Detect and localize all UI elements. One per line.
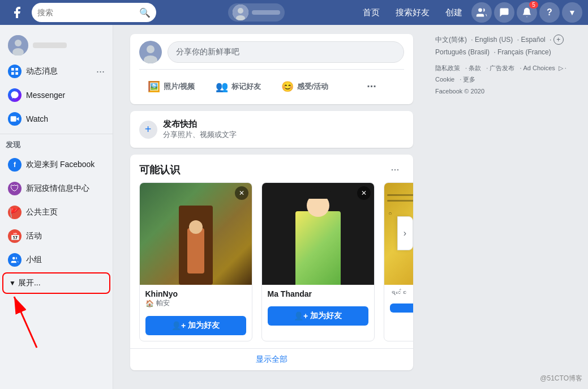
advertising-link[interactable]: 广告发布 <box>490 65 514 71</box>
expand-button[interactable]: ▼ 展开... <box>2 272 110 294</box>
photo-video-btn[interactable]: 🖼️ 照片/视频 <box>139 75 204 97</box>
expand-label: 展开... <box>18 278 41 288</box>
sidebar-item-welcome[interactable]: f 欢迎来到 Facebook <box>2 153 110 176</box>
more-actions-btn[interactable]: ··· <box>340 75 404 97</box>
sidebar-profile[interactable] <box>2 32 110 59</box>
more-icon: ··· <box>367 80 376 93</box>
footer-links: 隐私政策 · 条款 · 广告发布 · Ad Choices▷ · Cookie … <box>435 63 582 86</box>
nav-center <box>156 3 356 22</box>
lang-fr[interactable]: Français (France) <box>497 48 551 56</box>
story-subtitle: 分享照片、视频或文字 <box>163 130 404 140</box>
tag-label: 标记好友 <box>231 82 261 92</box>
welcome-label: 欢迎来到 Facebook <box>26 160 95 170</box>
sidebar-item-covid[interactable]: 🛡 新冠疫情信息中心 <box>2 177 110 200</box>
right-sidebar: 中文(简体) · English (US) · Español · + Port… <box>430 25 588 389</box>
svg-rect-7 <box>11 68 14 71</box>
nav-create-link[interactable]: 创建 <box>439 4 469 22</box>
svg-point-5 <box>15 40 22 46</box>
ad-choices-link[interactable]: Ad Choices <box>523 65 555 71</box>
language-links: 中文(简体) · English (US) · Español · + Port… <box>435 34 582 58</box>
expand-icon-btn[interactable]: ▼ <box>562 2 582 23</box>
lang-zh[interactable]: 中文(简体) <box>435 36 467 44</box>
svg-point-1 <box>238 8 243 14</box>
person-close-1[interactable]: ✕ <box>235 186 248 200</box>
person-card-3: ဂ ရင်ငေး <box>384 182 413 341</box>
people-cards-row: ✕ KhinNyo 🏠 帕安 👤+ 加为好友 <box>130 182 413 348</box>
person-info-1: KhinNyo 🏠 帕安 <box>140 285 252 313</box>
add-language-btn[interactable]: + <box>553 35 564 45</box>
pages-label: 公共主页 <box>26 207 58 217</box>
events-icon: 📅 <box>8 229 22 243</box>
lang-pt[interactable]: Português (Brasil) <box>435 48 490 56</box>
sidebar-item-messenger[interactable]: Messenger <box>2 84 110 106</box>
people-header: 可能认识 ··· <box>130 155 413 182</box>
photo-label: 照片/视频 <box>164 82 195 92</box>
events-label: 活动 <box>26 231 42 241</box>
post-input-box[interactable]: 分享你的新鲜事吧 <box>168 41 404 63</box>
user-avatar-nav[interactable] <box>233 5 248 20</box>
sidebar-item-pages[interactable]: 🚩 公共主页 <box>2 201 110 224</box>
discover-section-title: 发现 <box>0 138 113 152</box>
story-text: 发布快拍 分享照片、视频或文字 <box>163 119 404 140</box>
person-info-2: Ma Thandar <box>262 285 374 303</box>
search-input[interactable] <box>37 8 139 17</box>
messenger-icon-btn[interactable] <box>494 2 514 23</box>
person-name-1: KhinNyo <box>145 289 246 298</box>
svg-line-14 <box>14 297 37 348</box>
add-friend-btn-2[interactable]: 👤+ 加为好友 <box>268 306 368 326</box>
messenger-label: Messenger <box>26 91 65 100</box>
news-feed-icon <box>8 65 22 78</box>
welcome-icon: f <box>8 158 22 172</box>
tag-friends-btn[interactable]: 👥 标记好友 <box>206 75 271 97</box>
people-more-btn[interactable]: ··· <box>386 161 404 178</box>
sidebar-item-news-feed[interactable]: 动态消息 ··· <box>2 60 110 83</box>
help-icon-btn[interactable]: ? <box>539 2 560 23</box>
post-box-header: 分享你的新鲜事吧 <box>139 41 404 63</box>
add-friend-btn-3[interactable] <box>390 303 413 313</box>
search-bar[interactable]: 🔍 <box>32 3 156 22</box>
lang-en[interactable]: English (US) <box>475 36 513 44</box>
sidebar-item-groups[interactable]: 小组 <box>2 249 110 271</box>
facebook-logo[interactable] <box>6 1 28 24</box>
svg-point-13 <box>12 257 15 260</box>
add-friend-icon-2: 👤+ <box>294 311 308 320</box>
post-user-avatar <box>139 41 162 63</box>
feeling-activity-btn[interactable]: 😊 感受/活动 <box>273 75 337 97</box>
nav-home-link[interactable]: 首页 <box>356 4 387 22</box>
sidebar-divider-1 <box>0 134 113 134</box>
svg-marker-11 <box>16 117 19 121</box>
people-you-may-know-card: 可能认识 ··· <box>130 155 413 370</box>
cookie-link[interactable]: Cookie <box>435 76 454 83</box>
watch-label: Watch <box>26 114 48 123</box>
sidebar-item-events[interactable]: 📅 活动 <box>2 225 110 247</box>
show-all-btn[interactable]: 显示全部 <box>130 348 413 370</box>
scroll-right-btn[interactable]: › <box>397 216 413 250</box>
lang-es[interactable]: Español <box>521 36 545 44</box>
story-plus-btn[interactable]: + <box>139 121 157 139</box>
feeling-icon: 😊 <box>281 80 294 93</box>
person-mutual-1: 🏠 帕安 <box>145 298 246 308</box>
notifications-icon-btn[interactable]: 5 <box>517 2 537 23</box>
add-friend-btn-1[interactable]: 👤+ 加为好友 <box>145 316 246 335</box>
privacy-link[interactable]: 隐私政策 <box>435 65 460 71</box>
nav-find-friends-link[interactable]: 搜索好友 <box>389 4 436 22</box>
news-feed-label: 动态消息 <box>26 66 58 76</box>
person-myanmar-text: ရင်ငေး <box>390 289 413 296</box>
svg-point-3 <box>478 8 482 12</box>
post-actions-row: 🖼️ 照片/视频 👥 标记好友 😊 感受/活动 ··· <box>139 69 404 97</box>
sidebar-item-watch[interactable]: Watch <box>2 108 110 130</box>
more-link[interactable]: 更多 <box>463 76 475 83</box>
terms-link[interactable]: 条款 <box>469 65 481 71</box>
covid-icon: 🛡 <box>8 182 22 195</box>
people-icon-btn[interactable] <box>471 2 492 23</box>
people-scroll-wrapper: ✕ KhinNyo 🏠 帕安 👤+ 加为好友 <box>130 182 413 348</box>
person-close-2[interactable]: ✕ <box>357 186 371 200</box>
person-name-2: Ma Thandar <box>268 289 368 298</box>
person-card-2: ✕ Ma Thandar 👤+ 加为好友 <box>261 182 375 341</box>
post-placeholder: 分享你的新鲜事吧 <box>176 47 239 57</box>
person-photo-2: ✕ <box>262 183 374 285</box>
watch-icon <box>8 112 22 126</box>
svg-rect-8 <box>15 68 18 71</box>
story-title: 发布快拍 <box>163 119 404 130</box>
nav-right: 首页 搜索好友 创建 5 ? ▼ <box>356 2 582 23</box>
